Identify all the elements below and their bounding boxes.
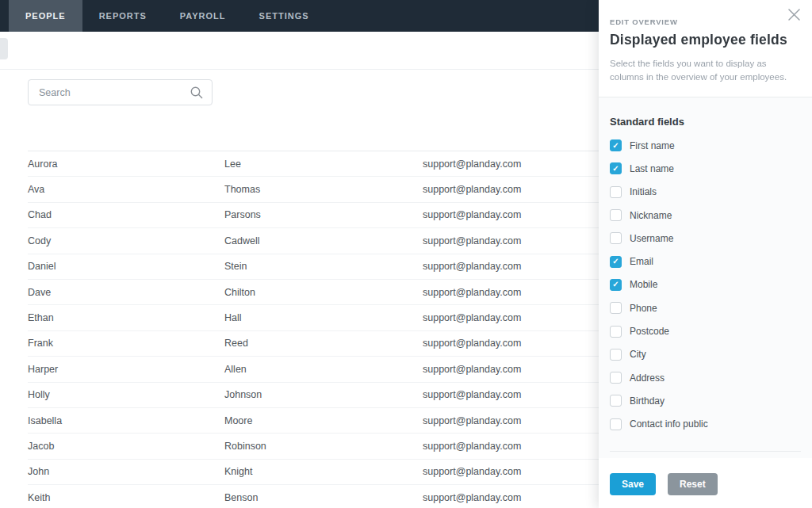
cell-first-name: Harper: [28, 364, 224, 375]
divider: [610, 451, 801, 452]
nav-tab[interactable]: REPORTS: [82, 0, 163, 32]
cell-email: support@planday.com: [423, 184, 599, 195]
field-checkbox-row[interactable]: ✓ Contact info public: [610, 413, 801, 436]
cell-first-name: Cody: [28, 235, 224, 246]
checkbox[interactable]: ✓: [610, 372, 622, 384]
table-header-row: [28, 134, 599, 151]
table-row[interactable]: Jacob Robinson support@planday.com: [28, 434, 599, 459]
checkbox[interactable]: ✓: [610, 232, 622, 244]
field-checkbox-row[interactable]: ✓ City: [610, 343, 801, 366]
cell-email: support@planday.com: [423, 209, 599, 220]
table-row[interactable]: Daniel Stein support@planday.com: [28, 254, 599, 280]
panel-description: Select the fields you want to display as…: [610, 57, 802, 83]
panel-body: Standard fields ✓ First name ✓ Last name…: [599, 97, 812, 458]
field-label: Postcode: [630, 326, 669, 337]
field-label: Birthday: [630, 395, 665, 407]
field-label: Address: [630, 372, 665, 384]
cell-email: support@planday.com: [423, 364, 599, 375]
table-row[interactable]: Keith Benson support@planday.com: [28, 485, 599, 508]
nav-tab[interactable]: PAYROLL: [163, 0, 243, 32]
cell-last-name: Lee: [224, 159, 423, 170]
nav-tab[interactable]: SETTINGS: [243, 0, 326, 32]
checkbox[interactable]: ✓: [610, 302, 622, 314]
checkbox[interactable]: ✓: [610, 395, 622, 407]
checkmark-icon: ✓: [612, 142, 619, 150]
checkbox[interactable]: ✓: [610, 186, 622, 198]
checkbox[interactable]: ✓: [610, 139, 622, 151]
panel-footer: Save Reset: [599, 458, 812, 508]
panel-header: EDIT OVERVIEW Displayed employee fields …: [599, 0, 812, 97]
save-button[interactable]: Save: [610, 473, 656, 495]
nav-tab[interactable]: PEOPLE: [9, 0, 82, 32]
employee-table: Aurora Lee support@planday.com Ava Thoma…: [28, 134, 599, 508]
checkbox[interactable]: ✓: [610, 162, 622, 174]
cell-email: support@planday.com: [423, 338, 599, 349]
cell-email: support@planday.com: [423, 287, 599, 298]
cell-first-name: Jacob: [28, 441, 224, 452]
field-label: Initials: [630, 186, 657, 197]
cell-email: support@planday.com: [423, 415, 599, 426]
cell-last-name: Moore: [224, 415, 423, 426]
table-row[interactable]: Holly Johnson support@planday.com: [28, 383, 599, 408]
close-icon[interactable]: [783, 4, 804, 25]
cell-email: support@planday.com: [423, 441, 599, 452]
cell-last-name: Parsons: [224, 209, 423, 220]
search-icon[interactable]: [190, 86, 204, 100]
checkbox[interactable]: ✓: [610, 256, 622, 268]
field-checkbox-row[interactable]: ✓ Birthday: [610, 389, 801, 412]
cell-first-name: Holly: [28, 389, 224, 400]
table-row[interactable]: Cody Cadwell support@planday.com: [28, 228, 599, 254]
panel-title: Displayed employee fields: [610, 32, 799, 48]
checkmark-icon: ✓: [612, 165, 619, 173]
table-row[interactable]: Chad Parsons support@planday.com: [28, 203, 599, 228]
table-row[interactable]: Ava Thomas support@planday.com: [28, 177, 599, 202]
cell-last-name: Thomas: [224, 184, 423, 195]
table-row[interactable]: Isabella Moore support@planday.com: [28, 408, 599, 434]
cell-first-name: Ava: [28, 184, 224, 195]
nav-tab-label: REPORTS: [99, 11, 147, 21]
table-row[interactable]: Aurora Lee support@planday.com: [28, 151, 599, 177]
cell-last-name: Stein: [224, 261, 423, 272]
cell-last-name: Chilton: [224, 287, 423, 298]
table-row[interactable]: Ethan Hall support@planday.com: [28, 305, 599, 330]
sidebar-handle[interactable]: [0, 38, 8, 59]
cell-first-name: Keith: [28, 492, 224, 503]
cell-first-name: Ethan: [28, 312, 224, 323]
search-input[interactable]: [29, 80, 179, 105]
table-body: Aurora Lee support@planday.com Ava Thoma…: [28, 151, 599, 508]
table-row[interactable]: John Knight support@planday.com: [28, 460, 599, 485]
cell-last-name: Reed: [224, 338, 423, 349]
cell-first-name: Chad: [28, 209, 224, 220]
nav-tab-label: SETTINGS: [259, 11, 309, 21]
checkbox[interactable]: ✓: [610, 349, 622, 361]
field-label: Phone: [630, 303, 657, 314]
reset-button[interactable]: Reset: [668, 473, 718, 495]
field-label: Email: [630, 256, 653, 267]
cell-last-name: Cadwell: [224, 235, 423, 246]
checkbox[interactable]: ✓: [610, 326, 622, 338]
field-checkbox-row[interactable]: ✓ First name: [610, 134, 801, 157]
edit-overview-panel: EDIT OVERVIEW Displayed employee fields …: [599, 0, 812, 508]
nav-tab-label: PEOPLE: [25, 11, 66, 21]
checkbox[interactable]: ✓: [610, 209, 622, 221]
field-checkbox-row[interactable]: ✓ Phone: [610, 296, 801, 319]
field-checkbox-row[interactable]: ✓ Username: [610, 227, 801, 250]
field-checkbox-row[interactable]: ✓ Postcode: [610, 319, 801, 342]
panel-eyebrow: EDIT OVERVIEW: [610, 17, 799, 26]
cell-last-name: Knight: [224, 466, 423, 477]
field-checkbox-row[interactable]: ✓ Address: [610, 366, 801, 389]
table-row[interactable]: Dave Chilton support@planday.com: [28, 280, 599, 305]
field-checkbox-row[interactable]: ✓ Mobile: [610, 273, 801, 296]
table-row[interactable]: Frank Reed support@planday.com: [28, 331, 599, 357]
cell-email: support@planday.com: [423, 159, 599, 170]
field-checkbox-row[interactable]: ✓ Last name: [610, 157, 801, 180]
table-row[interactable]: Harper Allen support@planday.com: [28, 357, 599, 382]
field-checkbox-row[interactable]: ✓ Nickname: [610, 204, 801, 227]
checkbox[interactable]: ✓: [610, 279, 622, 291]
cell-email: support@planday.com: [423, 312, 599, 323]
field-checkbox-row[interactable]: ✓ Initials: [610, 181, 801, 204]
field-checkbox-row[interactable]: ✓ Email: [610, 250, 801, 273]
cell-email: support@planday.com: [423, 466, 599, 477]
cell-email: support@planday.com: [423, 389, 599, 400]
checkbox[interactable]: ✓: [610, 418, 622, 430]
